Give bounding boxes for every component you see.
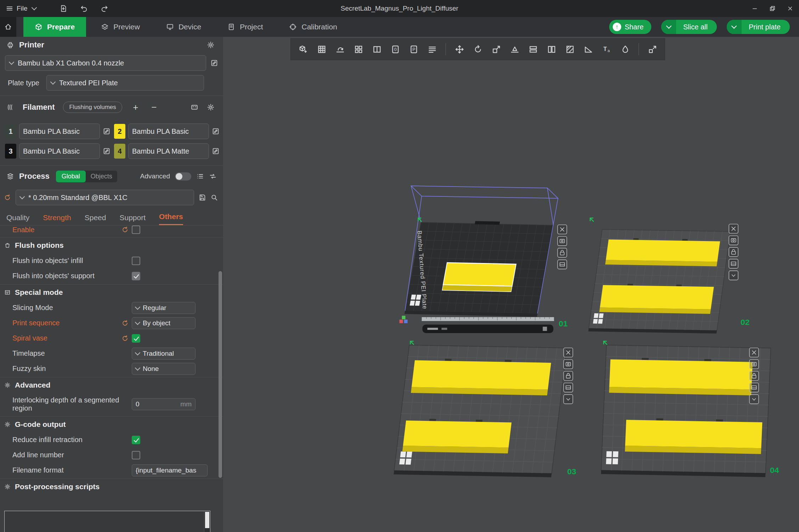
- tab-quality[interactable]: Quality: [6, 213, 29, 225]
- tab-support[interactable]: Support: [119, 213, 146, 225]
- split-plate-icon[interactable]: [525, 40, 541, 58]
- home-button[interactable]: [0, 17, 16, 37]
- tab-preview[interactable]: Preview: [90, 17, 151, 37]
- close-button[interactable]: [781, 0, 799, 17]
- lock-plate-icon[interactable]: [749, 371, 759, 381]
- save-project-icon[interactable]: [60, 5, 67, 12]
- filament-settings-gear-icon[interactable]: [207, 103, 215, 111]
- edit-filament-icon[interactable]: [212, 127, 220, 135]
- reset-setting-icon[interactable]: [120, 226, 130, 234]
- move-icon[interactable]: [451, 40, 468, 58]
- model-object[interactable]: [412, 360, 551, 390]
- print-plate-button[interactable]: Print plate: [727, 20, 790, 34]
- delete-plate-icon[interactable]: [557, 225, 567, 234]
- reduce-retraction-checkbox[interactable]: [132, 436, 140, 444]
- plate-snapshot-icon[interactable]: [563, 360, 573, 369]
- post-processing-input[interactable]: [4, 511, 210, 532]
- color-paint-icon[interactable]: [617, 40, 633, 58]
- advanced-toggle[interactable]: [175, 172, 191, 181]
- build-plate-04[interactable]: [601, 345, 771, 477]
- print-sequence-select[interactable]: By object: [132, 317, 196, 329]
- enable-checkbox[interactable]: [132, 225, 140, 234]
- tab-speed[interactable]: Speed: [85, 213, 106, 225]
- sidebar-scrollbar[interactable]: [219, 271, 222, 478]
- viewport-3d[interactable]: Bambu Textured PEI Plate01020304: [223, 37, 799, 532]
- tab-calibration[interactable]: Calibration: [278, 17, 348, 37]
- plate-type-select[interactable]: Textured PEI Plate: [46, 75, 204, 91]
- model-object[interactable]: [606, 239, 720, 262]
- delete-plate-icon[interactable]: [729, 224, 738, 233]
- plate-settings-icon[interactable]: [729, 259, 738, 268]
- restore-button[interactable]: [764, 0, 781, 17]
- move-plate-icon[interactable]: [563, 395, 573, 404]
- variable-plate-icon[interactable]: [406, 40, 422, 58]
- build-plate-03[interactable]: [394, 345, 567, 477]
- tab-prepare[interactable]: Prepare: [23, 17, 86, 37]
- flush-support-checkbox[interactable]: [132, 272, 140, 280]
- arrange-icon[interactable]: [350, 40, 367, 58]
- plate-settings-icon[interactable]: [563, 383, 573, 392]
- edit-filament-icon[interactable]: [212, 147, 220, 155]
- tab-strength[interactable]: Strength: [43, 213, 71, 225]
- flush-infill-checkbox[interactable]: [132, 257, 140, 265]
- file-menu[interactable]: File: [0, 0, 41, 17]
- split-objects-icon[interactable]: [369, 40, 385, 58]
- reset-setting-icon[interactable]: [120, 334, 130, 342]
- undo-icon[interactable]: [80, 5, 88, 12]
- fuzzy-skin-select[interactable]: None: [132, 363, 196, 375]
- reset-setting-icon[interactable]: [120, 319, 130, 327]
- scale-icon[interactable]: [488, 40, 504, 58]
- lay-on-face-icon[interactable]: [506, 40, 523, 58]
- delete-plate-icon[interactable]: [749, 348, 759, 357]
- filament-select-4[interactable]: Bambu PLA Matte: [128, 143, 209, 159]
- model-object[interactable]: [600, 285, 714, 309]
- filament-color-chip[interactable]: 1: [5, 124, 16, 139]
- rotate-icon[interactable]: [470, 40, 486, 58]
- filename-format-input[interactable]: {input_filename_bas: [132, 464, 208, 476]
- move-plate-icon[interactable]: [729, 271, 738, 280]
- add-primitive-icon[interactable]: [295, 40, 311, 58]
- printer-preset-select[interactable]: Bambu Lab X1 Carbon 0.4 nozzle: [5, 55, 206, 71]
- share-button[interactable]: ↑ Share: [609, 20, 651, 34]
- add-line-number-checkbox[interactable]: [132, 451, 140, 459]
- layer-list-icon[interactable]: [424, 40, 440, 58]
- minimize-button[interactable]: [746, 0, 764, 17]
- plate-number-label[interactable]: 04: [770, 465, 779, 475]
- filament-select-1[interactable]: Bambu PLA Basic: [19, 124, 100, 139]
- plate-snapshot-icon[interactable]: [729, 236, 738, 245]
- filament-color-chip[interactable]: 3: [5, 144, 16, 159]
- filament-color-chip[interactable]: 4: [114, 144, 125, 159]
- scope-objects[interactable]: Objects: [86, 171, 117, 182]
- ams-sync-icon[interactable]: [191, 103, 198, 111]
- model-object[interactable]: [443, 263, 516, 286]
- scope-global[interactable]: Global: [56, 171, 86, 182]
- tab-others[interactable]: Others: [159, 212, 183, 225]
- cut-icon[interactable]: [543, 40, 560, 58]
- textarea-scrollbar[interactable]: [204, 511, 210, 532]
- model-object[interactable]: [625, 420, 762, 448]
- assembly-view-icon[interactable]: [644, 40, 661, 58]
- support-paint-icon[interactable]: [562, 40, 578, 58]
- plate-number-label[interactable]: 01: [559, 319, 568, 328]
- edit-filament-icon[interactable]: [103, 127, 110, 135]
- text-tool-icon[interactable]: [599, 40, 615, 58]
- object-list-icon[interactable]: [387, 40, 403, 58]
- viewport-3d-scene[interactable]: Bambu Textured PEI Plate01020304: [223, 37, 799, 532]
- slicing-mode-select[interactable]: Regular: [132, 302, 196, 314]
- remove-filament-button[interactable]: −: [149, 103, 159, 111]
- delete-plate-icon[interactable]: [563, 348, 573, 357]
- filament-select-2[interactable]: Bambu PLA Basic: [128, 124, 209, 139]
- add-filament-button[interactable]: +: [131, 103, 141, 111]
- slice-options-chevron-icon[interactable]: [661, 20, 676, 34]
- timelapse-select[interactable]: Traditional: [132, 348, 196, 360]
- slice-all-button[interactable]: Slice all: [661, 20, 717, 34]
- plate-settings-icon[interactable]: [557, 260, 567, 269]
- plate-snapshot-icon[interactable]: [557, 236, 567, 246]
- tab-project[interactable]: Project: [216, 17, 274, 37]
- save-preset-icon[interactable]: [198, 194, 206, 201]
- edit-printer-icon[interactable]: [210, 59, 218, 67]
- auto-orient-icon[interactable]: [332, 40, 348, 58]
- lock-plate-icon[interactable]: [557, 248, 567, 257]
- filament-select-3[interactable]: Bambu PLA Basic: [19, 143, 100, 159]
- spiral-vase-checkbox[interactable]: [132, 334, 140, 343]
